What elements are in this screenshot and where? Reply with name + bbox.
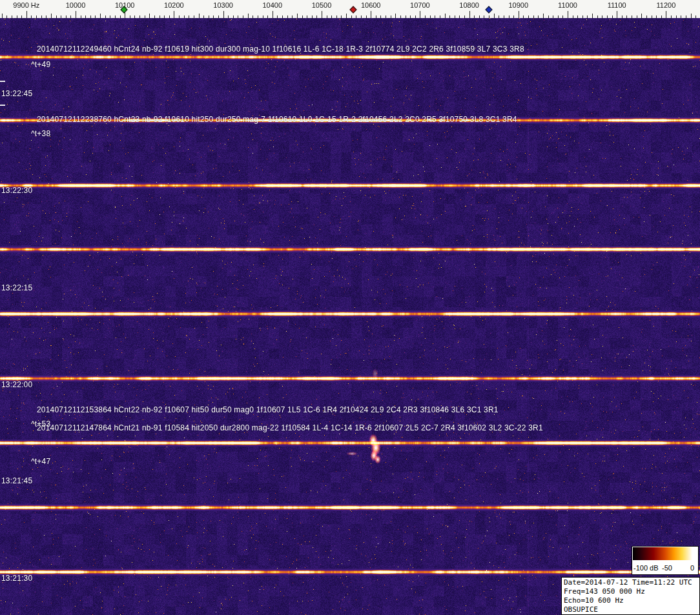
ruler-frequency-label: 10500 bbox=[312, 1, 332, 9]
event-detection-line: 20140712112147864 hCnt21 nb-91 f10584 hi… bbox=[37, 423, 543, 432]
db-label-mid: -50 bbox=[662, 564, 672, 572]
info-date-time-line: Date=2014-07-12 Time=11:22 UTC bbox=[564, 578, 699, 587]
time-label: 13:22:15 bbox=[1, 283, 32, 292]
ruler-frequency-label: 11100 bbox=[608, 1, 626, 9]
time-offset-label: ^t+47 bbox=[31, 457, 50, 466]
ruler-frequency-label: 9900 Hz bbox=[13, 1, 39, 9]
spectrogram-app: 9900 Hz100001010010200103001040010500106… bbox=[0, 0, 700, 615]
db-scale-legend: -100 dB -50 0 bbox=[632, 546, 699, 575]
event-detection-line: 20140712112249460 hCnt24 nb-92 f10619 hi… bbox=[37, 45, 524, 54]
ruler-frequency-label: 10300 bbox=[213, 1, 233, 9]
info-echo-line: Echo=10 600 Hz bbox=[564, 596, 699, 605]
db-label-min: -100 dB bbox=[633, 564, 659, 572]
time-label: 13:22:30 bbox=[1, 186, 32, 195]
frequency-ruler: 9900 Hz100001010010200103001040010500106… bbox=[0, 0, 700, 18]
info-frequency-line: Freq=143 050 000 Hz bbox=[564, 587, 699, 596]
time-offset-label: ^t+53 bbox=[31, 419, 50, 428]
time-label: 13:22:00 bbox=[1, 380, 32, 389]
ruler-frequency-label: 10400 bbox=[263, 1, 283, 9]
time-label: 13:21:45 bbox=[1, 476, 32, 485]
db-scale-labels: -100 dB -50 0 bbox=[632, 564, 698, 573]
ruler-frequency-label: 10700 bbox=[410, 1, 430, 9]
db-gradient-bar bbox=[633, 547, 697, 560]
ruler-frequency-label: 10600 bbox=[361, 1, 381, 9]
ruler-frequency-label: 10000 bbox=[66, 1, 86, 9]
ruler-frequency-label: 11000 bbox=[558, 1, 577, 9]
spectrogram-waterfall-canvas bbox=[0, 18, 700, 615]
ruler-frequency-label: 10200 bbox=[164, 1, 184, 9]
ruler-frequency-label: 11200 bbox=[657, 1, 676, 9]
time-label: 13:22:45 bbox=[1, 89, 32, 98]
time-label: 13:21:30 bbox=[1, 574, 32, 583]
time-offset-label: ^t+49 bbox=[31, 60, 50, 69]
db-label-max: 0 bbox=[690, 564, 694, 572]
observation-info-box: Date=2014-07-12 Time=11:22 UTC Freq=143 … bbox=[561, 577, 700, 615]
time-offset-label: ^t+38 bbox=[31, 129, 50, 138]
ruler-frequency-label: 10800 bbox=[459, 1, 479, 9]
event-detection-line: 20140712112153864 hCnt22 nb-92 f10607 hi… bbox=[37, 405, 499, 414]
info-station-line: OBSUPICE bbox=[564, 605, 699, 614]
event-detection-line: 20140712112238760 hCnt23 nb-92 f10610 hi… bbox=[37, 115, 517, 124]
ruler-frequency-label: 10900 bbox=[509, 1, 529, 9]
